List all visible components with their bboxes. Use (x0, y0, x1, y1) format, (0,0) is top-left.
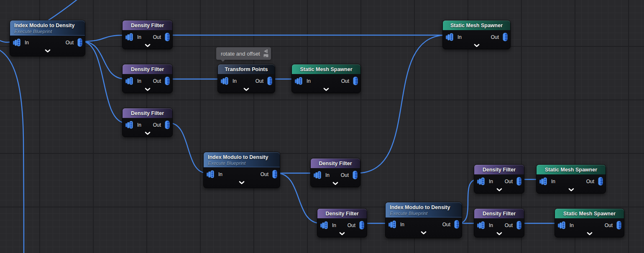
node-header[interactable]: Index Modulo to DensityExecute Blueprint (10, 20, 85, 36)
expand-node-button[interactable] (204, 181, 280, 184)
node-density-filter[interactable]: Density Filter In Out (310, 158, 360, 187)
node-title: Density Filter (131, 23, 164, 28)
node-header[interactable]: Static Mesh Spawner (443, 20, 510, 30)
node-header[interactable]: Density Filter (123, 108, 172, 118)
output-pin[interactable]: Out (586, 177, 603, 186)
node-transform-points[interactable]: Transform Points In Out (217, 64, 275, 93)
expand-node-button[interactable] (123, 132, 172, 135)
chevron-down-icon (474, 44, 480, 47)
chevron-down-icon (145, 88, 151, 91)
point-data-pin-icon (516, 177, 521, 186)
node-density-filter[interactable]: Density Filter In Out (122, 64, 173, 93)
wire-connection[interactable] (82, 41, 126, 79)
pin-label-in: In (489, 222, 493, 228)
pin-label-out: Out (153, 78, 161, 84)
output-pin[interactable]: Out (348, 221, 364, 230)
input-pin[interactable]: In (445, 33, 462, 41)
node-density-filter[interactable]: Density Filter In Out (474, 164, 524, 194)
node-header[interactable]: Density Filter (474, 209, 524, 218)
output-pin[interactable]: Out (153, 77, 170, 85)
node-title: Index Modulo to Density (14, 23, 74, 28)
output-pin[interactable]: Out (153, 120, 170, 129)
expand-node-button[interactable] (474, 188, 524, 192)
graph-canvas[interactable]: rotate and offset Index Modulo to Densit… (0, 0, 644, 253)
input-pin[interactable]: In (125, 77, 141, 85)
expand-node-button[interactable] (555, 232, 624, 235)
input-pin[interactable]: In (220, 77, 237, 85)
node-index-modulo-to-density[interactable]: Index Modulo to DensityExecute Blueprint… (10, 20, 85, 56)
node-title: Density Filter (325, 211, 358, 217)
node-subtitle: Execute Blueprint (14, 29, 52, 34)
node-density-filter[interactable]: Density Filter In Out (317, 208, 367, 238)
input-pin[interactable]: In (539, 177, 555, 186)
input-pin[interactable]: In (320, 221, 336, 230)
output-pin[interactable]: Out (505, 177, 521, 186)
output-pin[interactable]: Out (256, 77, 272, 85)
input-pin[interactable]: In (125, 33, 141, 41)
expand-node-button[interactable] (537, 188, 606, 192)
node-header[interactable]: Density Filter (311, 158, 360, 168)
input-pin[interactable]: In (477, 221, 493, 230)
wire-connection[interactable] (0, 49, 24, 253)
wire-connection[interactable] (82, 41, 126, 123)
expand-node-button[interactable] (317, 232, 367, 235)
output-pin[interactable]: Out (605, 221, 621, 230)
node-index-modulo-to-density[interactable]: Index Modulo to DensityExecute Blueprint… (203, 152, 280, 188)
expand-node-button[interactable] (218, 88, 275, 91)
output-pin[interactable]: Out (505, 221, 521, 230)
node-header[interactable]: Index Modulo to DensityExecute Blueprint (204, 152, 280, 167)
expand-node-button[interactable] (311, 182, 360, 185)
node-static-mesh-spawner[interactable]: Static Mesh Spawner In Out (291, 64, 361, 93)
input-pin[interactable]: In (313, 171, 330, 179)
expand-node-button[interactable] (123, 44, 172, 47)
expand-node-button[interactable] (292, 88, 360, 91)
point-data-pin-icon (477, 221, 485, 230)
node-index-modulo-to-density[interactable]: Index Modulo to DensityExecute Blueprint… (385, 202, 462, 238)
wire-connection[interactable] (82, 35, 126, 41)
node-comment-bubble[interactable]: rotate and offset (216, 47, 271, 60)
point-data-pin-icon (272, 170, 277, 179)
input-pin[interactable]: In (388, 220, 404, 229)
node-header[interactable]: Density Filter (123, 20, 172, 30)
node-static-mesh-spawner[interactable]: Static Mesh Spawner In Out (442, 20, 511, 49)
input-pin[interactable]: In (557, 221, 574, 230)
node-header[interactable]: Static Mesh Spawner (537, 165, 606, 174)
output-pin[interactable]: Out (341, 77, 358, 85)
pin-label-in: In (137, 78, 141, 84)
node-header[interactable]: Index Modulo to DensityExecute Blueprint (386, 202, 462, 217)
output-pin[interactable]: Out (153, 33, 170, 41)
node-density-filter[interactable]: Density Filter In Out (122, 108, 173, 137)
input-pin[interactable]: In (206, 170, 222, 179)
node-header[interactable]: Static Mesh Spawner (292, 64, 360, 74)
node-header[interactable]: Transform Points (218, 64, 275, 74)
input-pin[interactable]: In (125, 120, 141, 129)
node-header[interactable]: Density Filter (123, 64, 172, 74)
input-pin[interactable]: In (13, 38, 29, 47)
input-pin[interactable]: In (294, 77, 311, 85)
node-header[interactable]: Static Mesh Spawner (555, 209, 624, 218)
output-pin[interactable]: Out (261, 170, 277, 179)
chevron-down-icon (339, 232, 345, 235)
pin-comment-icon[interactable] (263, 49, 268, 53)
expand-node-button[interactable] (10, 49, 85, 53)
expand-node-button[interactable] (386, 231, 462, 235)
wire-connection[interactable] (169, 123, 207, 173)
output-pin[interactable]: Out (341, 171, 358, 179)
wire-connection[interactable] (357, 35, 446, 173)
node-header[interactable]: Density Filter (474, 165, 524, 174)
comment-bubble-icon[interactable] (263, 54, 268, 58)
chevron-down-icon (332, 182, 338, 185)
node-static-mesh-spawner[interactable]: Static Mesh Spawner In Out (536, 164, 606, 194)
node-density-filter[interactable]: Density Filter In Out (474, 208, 524, 238)
output-pin[interactable]: Out (442, 220, 459, 229)
pin-label-in: In (325, 172, 330, 178)
node-static-mesh-spawner[interactable]: Static Mesh Spawner In Out (555, 208, 624, 238)
node-density-filter[interactable]: Density Filter In Out (122, 20, 173, 49)
expand-node-button[interactable] (474, 232, 524, 235)
output-pin[interactable]: Out (66, 38, 82, 47)
expand-node-button[interactable] (123, 88, 172, 91)
node-header[interactable]: Density Filter (317, 209, 367, 218)
output-pin[interactable]: Out (491, 33, 508, 41)
expand-node-button[interactable] (443, 44, 510, 47)
input-pin[interactable]: In (477, 177, 493, 186)
